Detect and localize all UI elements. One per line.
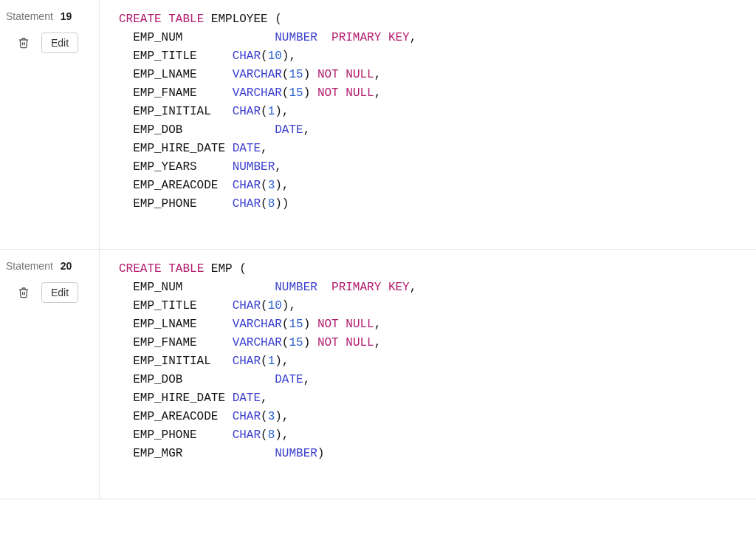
statement-header: Statement20 — [4, 260, 92, 272]
statement-block: Statement20EditCREATE TABLE EMP ( EMP_NU… — [0, 250, 756, 499]
edit-button[interactable]: Edit — [41, 33, 78, 53]
statement-number: 19 — [61, 10, 72, 22]
statement-label: Statement — [6, 260, 53, 272]
statement-actions: Edit — [4, 33, 92, 53]
statement-header: Statement19 — [4, 10, 92, 22]
code-area[interactable]: CREATE TABLE EMPLOYEE ( EMP_NUM NUMBER P… — [100, 0, 756, 249]
statement-sidebar: Statement19Edit — [0, 0, 100, 249]
statement-number: 20 — [61, 260, 72, 272]
edit-button[interactable]: Edit — [41, 282, 78, 303]
statement-block: Statement19EditCREATE TABLE EMPLOYEE ( E… — [0, 0, 756, 250]
sql-code: CREATE TABLE EMPLOYEE ( EMP_NUM NUMBER P… — [119, 10, 741, 213]
statement-label: Statement — [6, 10, 53, 22]
statement-actions: Edit — [4, 282, 92, 303]
trash-icon[interactable] — [18, 36, 30, 49]
sql-code: CREATE TABLE EMP ( EMP_NUM NUMBER PRIMAR… — [119, 260, 741, 463]
code-area[interactable]: CREATE TABLE EMP ( EMP_NUM NUMBER PRIMAR… — [100, 250, 756, 499]
trash-icon[interactable] — [18, 286, 30, 299]
statements-container: Statement19EditCREATE TABLE EMPLOYEE ( E… — [0, 0, 756, 499]
statement-sidebar: Statement20Edit — [0, 250, 100, 499]
